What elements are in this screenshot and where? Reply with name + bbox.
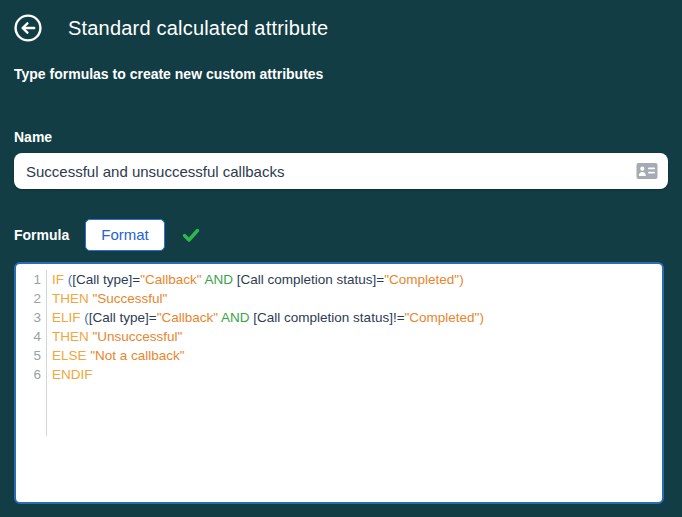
code-line: ELSE "Not a callback" — [52, 346, 662, 365]
code-line: THEN "Unsuccessful" — [52, 327, 662, 346]
line-number: 6 — [22, 365, 41, 384]
check-icon — [181, 225, 201, 245]
line-number: 4 — [22, 327, 41, 346]
page-header: Standard calculated attribute — [14, 14, 668, 42]
format-button[interactable]: Format — [85, 219, 165, 251]
calculated-attribute-page: Standard calculated attribute Type formu… — [0, 0, 682, 517]
page-subtitle: Type formulas to create new custom attri… — [14, 66, 668, 82]
id-card-icon — [636, 163, 658, 180]
line-number: 2 — [22, 289, 41, 308]
formula-editor-code[interactable]: IF ([Call type]="Callback" AND [Call com… — [47, 270, 662, 502]
formula-row: Formula Format — [14, 219, 668, 251]
arrow-left-circle-icon — [14, 14, 42, 42]
formula-label: Formula — [14, 227, 69, 243]
name-input[interactable] — [14, 153, 668, 189]
formula-editor[interactable]: 123456 IF ([Call type]="Callback" AND [C… — [14, 262, 664, 504]
code-line: THEN "Successful" — [52, 289, 662, 308]
code-line: IF ([Call type]="Callback" AND [Call com… — [52, 270, 662, 289]
line-number: 1 — [22, 270, 41, 289]
back-button[interactable] — [14, 14, 42, 42]
code-line: ELIF ([Call type]="Callback" AND [Call c… — [52, 308, 662, 327]
code-line: ENDIF — [52, 365, 662, 384]
page-title: Standard calculated attribute — [68, 17, 328, 40]
name-input-wrap — [14, 153, 668, 189]
line-number: 5 — [22, 346, 41, 365]
line-number-gutter: 123456 — [16, 270, 47, 436]
name-label: Name — [14, 129, 668, 145]
line-number: 3 — [22, 308, 41, 327]
